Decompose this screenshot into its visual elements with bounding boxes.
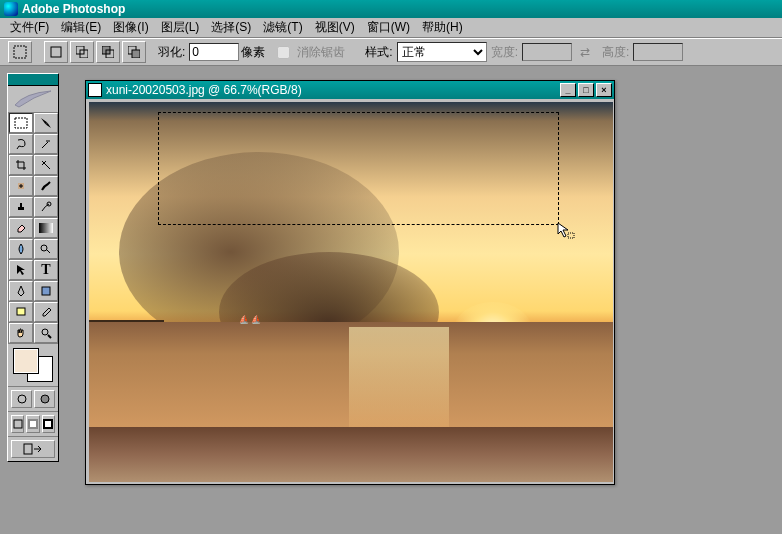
feather-label: 羽化:	[158, 44, 185, 61]
screen-menubar-icon[interactable]	[26, 415, 39, 433]
cursor-icon	[557, 222, 575, 240]
eyedropper-tool[interactable]	[34, 302, 58, 322]
move-tool[interactable]	[34, 113, 58, 133]
fg-color-swatch[interactable]	[13, 348, 39, 374]
image-content	[349, 327, 449, 427]
path-select-tool[interactable]	[9, 260, 33, 280]
svg-rect-1	[51, 47, 61, 57]
svg-rect-14	[17, 308, 25, 315]
menu-edit[interactable]: 编辑(E)	[55, 18, 107, 37]
menu-layer[interactable]: 图层(L)	[155, 18, 206, 37]
eraser-tool[interactable]	[9, 218, 33, 238]
close-button[interactable]: ×	[596, 83, 612, 97]
antialias-label: 消除锯齿	[297, 44, 345, 61]
svg-point-12	[41, 245, 47, 251]
style-label: 样式:	[365, 44, 392, 61]
type-tool[interactable]: T	[34, 260, 58, 280]
toolbox: T	[7, 73, 59, 462]
shape-tool[interactable]	[34, 281, 58, 301]
svg-point-16	[18, 395, 26, 403]
menu-file[interactable]: 文件(F)	[4, 18, 55, 37]
svg-rect-20	[30, 421, 36, 427]
svg-rect-18	[14, 420, 22, 428]
svg-rect-7	[132, 50, 140, 58]
svg-rect-24	[568, 233, 574, 238]
maximize-button[interactable]: □	[578, 83, 594, 97]
image-content	[89, 427, 613, 482]
app-logo-icon	[4, 2, 18, 16]
marquee-tool[interactable]	[9, 113, 33, 133]
menu-filter[interactable]: 滤镜(T)	[257, 18, 308, 37]
blur-tool[interactable]	[9, 239, 33, 259]
marquee-selection[interactable]	[158, 112, 559, 225]
menu-view[interactable]: 视图(V)	[309, 18, 361, 37]
menu-image[interactable]: 图像(I)	[107, 18, 154, 37]
quickmask-mode-icon[interactable]	[34, 390, 55, 408]
style-select[interactable]: 正常	[397, 42, 487, 62]
crop-tool[interactable]	[9, 155, 33, 175]
wand-tool[interactable]	[34, 134, 58, 154]
standard-mode-icon[interactable]	[11, 390, 32, 408]
canvas[interactable]: ⛵ ⛵	[89, 102, 613, 482]
healing-tool[interactable]	[9, 176, 33, 196]
marquee-tool-icon[interactable]	[8, 41, 32, 63]
notes-tool[interactable]	[9, 302, 33, 322]
feather-icon	[8, 86, 58, 112]
history-brush-tool[interactable]	[34, 197, 58, 217]
svg-rect-0	[14, 46, 26, 58]
slice-tool[interactable]	[34, 155, 58, 175]
jump-to-icon[interactable]	[11, 440, 55, 458]
menu-select[interactable]: 选择(S)	[205, 18, 257, 37]
subtract-selection-icon[interactable]	[96, 41, 120, 63]
svg-rect-22	[45, 421, 51, 427]
image-content: ⛵ ⛵	[239, 315, 261, 324]
width-input	[522, 43, 572, 61]
height-label: 高度:	[602, 44, 629, 61]
lasso-tool[interactable]	[9, 134, 33, 154]
document-icon	[88, 83, 102, 97]
menu-help[interactable]: 帮助(H)	[416, 18, 469, 37]
svg-rect-13	[42, 287, 50, 295]
app-title: Adobe Photoshop	[22, 2, 125, 16]
svg-point-15	[42, 329, 48, 335]
pen-tool[interactable]	[9, 281, 33, 301]
minimize-button[interactable]: _	[560, 83, 576, 97]
height-input	[633, 43, 683, 61]
add-selection-icon[interactable]	[70, 41, 94, 63]
screen-standard-icon[interactable]	[11, 415, 24, 433]
menu-window[interactable]: 窗口(W)	[361, 18, 416, 37]
screen-full-icon[interactable]	[42, 415, 55, 433]
hand-tool[interactable]	[9, 323, 33, 343]
svg-rect-23	[24, 444, 32, 454]
feather-input[interactable]	[189, 43, 239, 61]
stamp-tool[interactable]	[9, 197, 33, 217]
svg-rect-8	[15, 118, 27, 128]
new-selection-icon[interactable]	[44, 41, 68, 63]
document-window: xuni-20020503.jpg @ 66.7%(RGB/8) _ □ × ⛵…	[85, 80, 615, 485]
image-content	[89, 320, 164, 322]
zoom-tool[interactable]	[34, 323, 58, 343]
width-label: 宽度:	[491, 44, 518, 61]
dodge-tool[interactable]	[34, 239, 58, 259]
svg-point-17	[41, 395, 49, 403]
document-title: xuni-20020503.jpg @ 66.7%(RGB/8)	[106, 83, 302, 97]
toolbox-handle[interactable]	[8, 74, 58, 86]
option-bar: 羽化: 像素 消除锯齿 样式: 正常 宽度: ⇄ 高度:	[0, 38, 782, 66]
feather-unit: 像素	[241, 44, 265, 61]
gradient-tool[interactable]	[34, 218, 58, 238]
brush-tool[interactable]	[34, 176, 58, 196]
menubar: 文件(F) 编辑(E) 图像(I) 图层(L) 选择(S) 滤镜(T) 视图(V…	[0, 18, 782, 38]
app-titlebar: Adobe Photoshop	[0, 0, 782, 18]
antialias-checkbox	[277, 46, 290, 59]
intersect-selection-icon[interactable]	[122, 41, 146, 63]
document-titlebar[interactable]: xuni-20020503.jpg @ 66.7%(RGB/8) _ □ ×	[86, 81, 614, 99]
svg-rect-11	[39, 223, 53, 233]
swap-icon: ⇄	[580, 45, 590, 59]
